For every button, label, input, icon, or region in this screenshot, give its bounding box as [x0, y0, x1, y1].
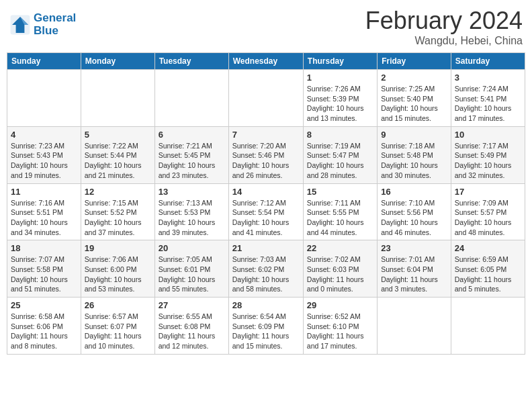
day-number: 17 — [455, 187, 521, 197]
calendar-cell: 1Sunrise: 7:26 AM Sunset: 5:39 PM Daylig… — [303, 70, 377, 127]
month-title: February 2024 — [365, 7, 523, 35]
day-number: 27 — [159, 300, 225, 310]
day-number: 18 — [11, 243, 77, 253]
day-number: 7 — [232, 130, 300, 140]
day-number: 23 — [381, 243, 447, 253]
calendar-cell: 25Sunrise: 6:58 AM Sunset: 6:06 PM Dayli… — [7, 298, 81, 355]
calendar-cell: 13Sunrise: 7:13 AM Sunset: 5:53 PM Dayli… — [154, 183, 228, 240]
day-info: Sunrise: 7:23 AM Sunset: 5:43 PM Dayligh… — [11, 141, 77, 181]
day-info: Sunrise: 7:24 AM Sunset: 5:41 PM Dayligh… — [455, 84, 521, 124]
day-info: Sunrise: 7:22 AM Sunset: 5:44 PM Dayligh… — [85, 141, 151, 181]
calendar-cell: 5Sunrise: 7:22 AM Sunset: 5:44 PM Daylig… — [81, 126, 154, 183]
logo-blue: Blue — [34, 24, 58, 37]
calendar-cell — [81, 70, 154, 127]
day-info: Sunrise: 7:13 AM Sunset: 5:53 PM Dayligh… — [159, 198, 225, 238]
day-number: 9 — [381, 130, 447, 140]
day-info: Sunrise: 7:03 AM Sunset: 6:02 PM Dayligh… — [232, 255, 300, 294]
calendar-cell: 7Sunrise: 7:20 AM Sunset: 5:46 PM Daylig… — [228, 126, 303, 183]
day-info: Sunrise: 7:09 AM Sunset: 5:57 PM Dayligh… — [455, 198, 521, 238]
day-number: 12 — [85, 187, 151, 197]
logo-general: General — [34, 11, 76, 24]
day-number: 24 — [455, 243, 521, 253]
calendar-cell: 29Sunrise: 6:52 AM Sunset: 6:10 PM Dayli… — [303, 298, 377, 355]
day-info: Sunrise: 7:06 AM Sunset: 6:00 PM Dayligh… — [85, 255, 151, 294]
day-number: 15 — [307, 187, 373, 197]
logo-icon — [9, 14, 31, 36]
day-info: Sunrise: 7:10 AM Sunset: 5:56 PM Dayligh… — [381, 198, 447, 238]
calendar-week-row: 1Sunrise: 7:26 AM Sunset: 5:39 PM Daylig… — [7, 70, 525, 127]
day-info: Sunrise: 7:07 AM Sunset: 5:58 PM Dayligh… — [11, 255, 77, 294]
day-info: Sunrise: 7:05 AM Sunset: 6:01 PM Dayligh… — [159, 255, 225, 294]
calendar-cell: 18Sunrise: 7:07 AM Sunset: 5:58 PM Dayli… — [7, 240, 81, 298]
day-of-week-header: Wednesday — [228, 53, 303, 70]
day-number: 4 — [11, 130, 77, 140]
day-number: 2 — [381, 73, 447, 83]
day-info: Sunrise: 7:11 AM Sunset: 5:55 PM Dayligh… — [307, 198, 373, 238]
day-number: 11 — [11, 187, 77, 197]
day-number: 19 — [85, 243, 151, 253]
day-of-week-header: Tuesday — [154, 53, 228, 70]
calendar-week-row: 4Sunrise: 7:23 AM Sunset: 5:43 PM Daylig… — [7, 126, 525, 183]
day-number: 28 — [232, 300, 300, 310]
day-number: 3 — [455, 73, 521, 83]
day-number: 16 — [381, 187, 447, 197]
calendar-cell: 22Sunrise: 7:02 AM Sunset: 6:03 PM Dayli… — [303, 240, 377, 298]
calendar-cell: 27Sunrise: 6:55 AM Sunset: 6:08 PM Dayli… — [154, 298, 228, 355]
location-title: Wangdu, Hebei, China — [365, 35, 523, 47]
calendar-week-row: 18Sunrise: 7:07 AM Sunset: 5:58 PM Dayli… — [7, 240, 525, 298]
calendar-cell: 4Sunrise: 7:23 AM Sunset: 5:43 PM Daylig… — [7, 126, 81, 183]
calendar-cell: 11Sunrise: 7:16 AM Sunset: 5:51 PM Dayli… — [7, 183, 81, 240]
calendar-cell: 19Sunrise: 7:06 AM Sunset: 6:00 PM Dayli… — [81, 240, 154, 298]
day-number: 22 — [307, 243, 373, 253]
day-info: Sunrise: 7:26 AM Sunset: 5:39 PM Dayligh… — [307, 84, 373, 124]
calendar-cell — [378, 298, 451, 355]
day-info: Sunrise: 7:20 AM Sunset: 5:46 PM Dayligh… — [232, 141, 300, 181]
day-number: 26 — [85, 300, 151, 310]
calendar-week-row: 11Sunrise: 7:16 AM Sunset: 5:51 PM Dayli… — [7, 183, 525, 240]
day-number: 10 — [455, 130, 521, 140]
calendar-cell: 9Sunrise: 7:18 AM Sunset: 5:48 PM Daylig… — [378, 126, 451, 183]
calendar-cell: 10Sunrise: 7:17 AM Sunset: 5:49 PM Dayli… — [451, 126, 525, 183]
day-number: 1 — [307, 73, 373, 83]
calendar-cell — [154, 70, 228, 127]
calendar-cell: 21Sunrise: 7:03 AM Sunset: 6:02 PM Dayli… — [228, 240, 303, 298]
calendar-cell: 17Sunrise: 7:09 AM Sunset: 5:57 PM Dayli… — [451, 183, 525, 240]
day-info: Sunrise: 6:57 AM Sunset: 6:07 PM Dayligh… — [85, 312, 151, 351]
logo: General Blue — [9, 12, 76, 37]
calendar-cell: 6Sunrise: 7:21 AM Sunset: 5:45 PM Daylig… — [154, 126, 228, 183]
day-number: 21 — [232, 243, 300, 253]
day-number: 13 — [159, 187, 225, 197]
calendar-cell — [228, 70, 303, 127]
calendar-cell: 20Sunrise: 7:05 AM Sunset: 6:01 PM Dayli… — [154, 240, 228, 298]
day-info: Sunrise: 6:58 AM Sunset: 6:06 PM Dayligh… — [11, 312, 77, 351]
calendar-cell: 14Sunrise: 7:12 AM Sunset: 5:54 PM Dayli… — [228, 183, 303, 240]
day-number: 5 — [85, 130, 151, 140]
day-number: 8 — [307, 130, 373, 140]
day-number: 25 — [11, 300, 77, 310]
day-info: Sunrise: 7:16 AM Sunset: 5:51 PM Dayligh… — [11, 198, 77, 238]
calendar-title-area: February 2024 Wangdu, Hebei, China — [365, 7, 523, 47]
day-number: 29 — [307, 300, 373, 310]
calendar-cell: 8Sunrise: 7:19 AM Sunset: 5:47 PM Daylig… — [303, 126, 377, 183]
page-header: General Blue February 2024 Wangdu, Hebei… — [7, 7, 525, 47]
day-number: 20 — [159, 243, 225, 253]
day-info: Sunrise: 7:19 AM Sunset: 5:47 PM Dayligh… — [307, 141, 373, 181]
day-info: Sunrise: 6:54 AM Sunset: 6:09 PM Dayligh… — [232, 312, 300, 351]
calendar-table: SundayMondayTuesdayWednesdayThursdayFrid… — [7, 52, 525, 355]
calendar-cell — [451, 298, 525, 355]
day-info: Sunrise: 7:12 AM Sunset: 5:54 PM Dayligh… — [232, 198, 300, 238]
day-info: Sunrise: 7:17 AM Sunset: 5:49 PM Dayligh… — [455, 141, 521, 181]
calendar-cell: 24Sunrise: 6:59 AM Sunset: 6:05 PM Dayli… — [451, 240, 525, 298]
calendar-cell: 28Sunrise: 6:54 AM Sunset: 6:09 PM Dayli… — [228, 298, 303, 355]
calendar-cell: 23Sunrise: 7:01 AM Sunset: 6:04 PM Dayli… — [378, 240, 451, 298]
day-info: Sunrise: 7:18 AM Sunset: 5:48 PM Dayligh… — [381, 141, 447, 181]
day-number: 14 — [232, 187, 300, 197]
calendar-cell: 26Sunrise: 6:57 AM Sunset: 6:07 PM Dayli… — [81, 298, 154, 355]
day-info: Sunrise: 7:15 AM Sunset: 5:52 PM Dayligh… — [85, 198, 151, 238]
day-info: Sunrise: 7:01 AM Sunset: 6:04 PM Dayligh… — [381, 255, 447, 294]
calendar-cell — [7, 70, 81, 127]
day-of-week-header: Monday — [81, 53, 154, 70]
calendar-cell: 2Sunrise: 7:25 AM Sunset: 5:40 PM Daylig… — [378, 70, 451, 127]
day-of-week-header: Sunday — [7, 53, 81, 70]
day-info: Sunrise: 6:59 AM Sunset: 6:05 PM Dayligh… — [455, 255, 521, 294]
